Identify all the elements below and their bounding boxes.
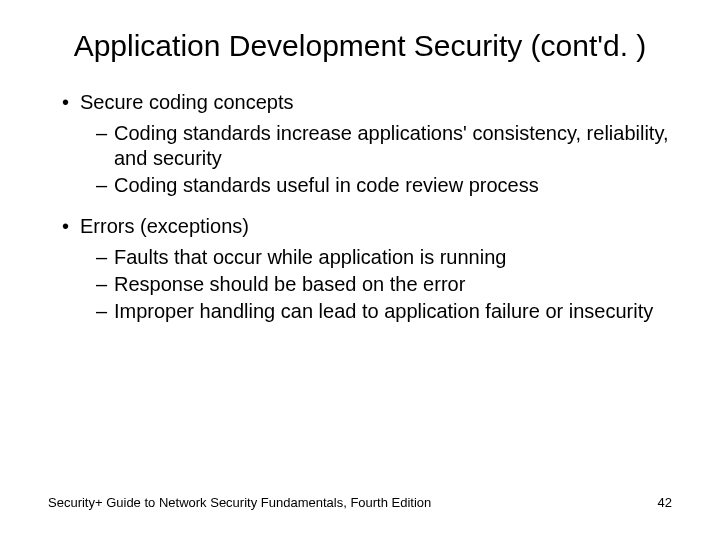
dash-icon: – — [96, 173, 107, 198]
bullet-text: Faults that occur while application is r… — [114, 246, 506, 268]
bullet-text: Response should be based on the error — [114, 273, 465, 295]
bullet-icon: • — [62, 90, 69, 115]
bullet-text: Coding standards increase applications' … — [114, 122, 668, 169]
bullet-level-2: – Improper handling can lead to applicat… — [48, 299, 672, 324]
dash-icon: – — [96, 299, 107, 324]
bullet-level-1: • Errors (exceptions) — [48, 214, 672, 239]
bullet-text: Secure coding concepts — [80, 91, 293, 113]
bullet-level-2: – Faults that occur while application is… — [48, 245, 672, 270]
bullet-level-2: – Response should be based on the error — [48, 272, 672, 297]
dash-icon: – — [96, 272, 107, 297]
slide-footer: Security+ Guide to Network Security Fund… — [48, 495, 672, 510]
dash-icon: – — [96, 245, 107, 270]
footer-source: Security+ Guide to Network Security Fund… — [48, 495, 431, 510]
bullet-text: Coding standards useful in code review p… — [114, 174, 539, 196]
bullet-icon: • — [62, 214, 69, 239]
slide-title: Application Development Security (cont'd… — [48, 28, 672, 64]
slide-content: • Secure coding concepts – Coding standa… — [48, 90, 672, 324]
bullet-level-2: – Coding standards useful in code review… — [48, 173, 672, 198]
bullet-text: Errors (exceptions) — [80, 215, 249, 237]
bullet-text: Improper handling can lead to applicatio… — [114, 300, 653, 322]
bullet-level-2: – Coding standards increase applications… — [48, 121, 672, 171]
bullet-level-1: • Secure coding concepts — [48, 90, 672, 115]
page-number: 42 — [658, 495, 672, 510]
dash-icon: – — [96, 121, 107, 146]
